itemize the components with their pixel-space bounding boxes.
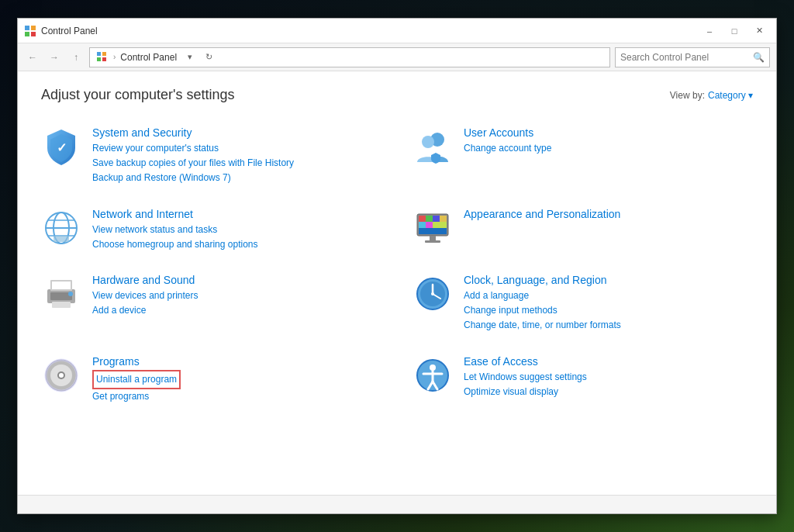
page-title: Adjust your computer's settings bbox=[41, 87, 235, 103]
svg-rect-21 bbox=[433, 216, 440, 222]
ease-of-access-link-1[interactable]: Let Windows suggest settings bbox=[464, 370, 753, 385]
svg-rect-5 bbox=[102, 52, 106, 56]
address-icon bbox=[96, 51, 109, 64]
system-security-link-2[interactable]: Save backup copies of your files with Fi… bbox=[92, 156, 381, 171]
svg-rect-20 bbox=[426, 216, 433, 222]
appearance-title[interactable]: Appearance and Personalization bbox=[464, 208, 753, 220]
svg-rect-22 bbox=[440, 216, 447, 222]
system-security-link-1[interactable]: Review your computer's status bbox=[92, 141, 381, 156]
search-field[interactable]: 🔍 bbox=[615, 47, 770, 67]
category-clock-language: Clock, Language, and Region Add a langua… bbox=[413, 269, 753, 338]
svg-text:✓: ✓ bbox=[57, 141, 67, 154]
clock-language-link-3[interactable]: Change date, time, or number formats bbox=[464, 318, 753, 333]
svg-rect-2 bbox=[25, 32, 29, 36]
clock-language-link-2[interactable]: Change input methods bbox=[464, 303, 753, 318]
category-hardware-sound: Hardware and Sound View devices and prin… bbox=[41, 269, 381, 338]
user-accounts-info: User Accounts Change account type bbox=[464, 126, 753, 156]
window-icon bbox=[24, 25, 36, 37]
ease-of-access-info: Ease of Access Let Windows suggest setti… bbox=[464, 355, 753, 399]
address-refresh[interactable]: ↻ bbox=[200, 49, 217, 66]
maximize-button[interactable]: □ bbox=[723, 23, 745, 39]
control-panel-window: Control Panel – □ ✕ ← → ↑ bbox=[17, 18, 777, 514]
svg-rect-7 bbox=[102, 57, 106, 61]
network-internet-icon bbox=[41, 208, 81, 248]
svg-point-34 bbox=[68, 292, 73, 296]
svg-point-39 bbox=[431, 292, 434, 295]
programs-info: Programs Uninstall a program Get program… bbox=[92, 355, 381, 404]
address-breadcrumb: Control Panel bbox=[120, 52, 177, 63]
programs-title[interactable]: Programs bbox=[92, 355, 381, 368]
back-button[interactable]: ← bbox=[24, 49, 41, 66]
hardware-sound-link-1[interactable]: View devices and printers bbox=[92, 288, 381, 303]
category-network-internet: Network and Internet View network status… bbox=[41, 203, 381, 257]
clock-language-title[interactable]: Clock, Language, and Region bbox=[464, 274, 753, 286]
network-internet-info: Network and Internet View network status… bbox=[92, 208, 381, 252]
programs-icon bbox=[41, 355, 81, 396]
title-bar: Control Panel – □ ✕ bbox=[18, 19, 776, 43]
clock-language-link-1[interactable]: Add a language bbox=[464, 288, 753, 303]
close-button[interactable]: ✕ bbox=[748, 23, 770, 39]
appearance-info: Appearance and Personalization bbox=[464, 208, 753, 223]
network-internet-link-2[interactable]: Choose homegroup and sharing options bbox=[92, 237, 381, 252]
hardware-sound-title[interactable]: Hardware and Sound bbox=[92, 274, 381, 286]
address-field[interactable]: › Control Panel ▾ ↻ bbox=[89, 47, 610, 67]
svg-rect-23 bbox=[419, 222, 426, 228]
user-accounts-link-1[interactable]: Change account type bbox=[464, 141, 753, 156]
search-input[interactable] bbox=[620, 52, 750, 63]
svg-rect-3 bbox=[31, 32, 36, 36]
hardware-sound-info: Hardware and Sound View devices and prin… bbox=[92, 274, 381, 318]
svg-rect-4 bbox=[97, 52, 101, 56]
address-bar: ← → ↑ › Control Panel ▾ ↻ bbox=[18, 43, 776, 71]
main-content: Adjust your computer's settings View by:… bbox=[18, 71, 776, 495]
category-user-accounts: User Accounts Change account type bbox=[413, 122, 753, 191]
svg-rect-19 bbox=[419, 216, 426, 222]
programs-link-2[interactable]: Get programs bbox=[92, 389, 381, 404]
network-internet-title[interactable]: Network and Internet bbox=[92, 208, 381, 220]
page-header: Adjust your computer's settings View by:… bbox=[41, 87, 753, 103]
view-by-label: View by: bbox=[670, 90, 705, 101]
address-separator: › bbox=[113, 53, 116, 61]
ease-of-access-title[interactable]: Ease of Access bbox=[464, 355, 753, 368]
window-title: Control Panel bbox=[41, 26, 699, 36]
system-security-icon: ✓ bbox=[41, 126, 81, 167]
appearance-icon bbox=[413, 208, 453, 248]
svg-rect-0 bbox=[25, 26, 29, 30]
svg-rect-32 bbox=[52, 282, 71, 289]
system-security-info: System and Security Review your computer… bbox=[92, 126, 381, 186]
category-ease-of-access: Ease of Access Let Windows suggest setti… bbox=[413, 351, 753, 409]
svg-rect-28 bbox=[425, 240, 440, 243]
hardware-sound-link-2[interactable]: Add a device bbox=[92, 303, 381, 318]
svg-rect-33 bbox=[52, 302, 71, 308]
svg-rect-1 bbox=[31, 26, 36, 30]
category-programs: Programs Uninstall a program Get program… bbox=[41, 351, 381, 409]
up-button[interactable]: ↑ bbox=[67, 49, 85, 66]
user-accounts-title[interactable]: User Accounts bbox=[464, 126, 753, 139]
svg-point-10 bbox=[422, 136, 434, 148]
system-security-link-3[interactable]: Backup and Restore (Windows 7) bbox=[92, 171, 381, 185]
category-system-security: ✓ System and Security Review your comput… bbox=[41, 122, 381, 191]
svg-rect-26 bbox=[419, 228, 447, 234]
window-controls: – □ ✕ bbox=[699, 23, 770, 39]
programs-link-1[interactable]: Uninstall a program bbox=[92, 370, 181, 389]
network-internet-link-1[interactable]: View network status and tasks bbox=[92, 223, 381, 237]
status-bar bbox=[18, 495, 776, 513]
svg-rect-6 bbox=[97, 57, 101, 61]
minimize-button[interactable]: – bbox=[699, 23, 720, 39]
address-actions: ▾ ↻ bbox=[181, 49, 217, 66]
system-security-title[interactable]: System and Security bbox=[92, 126, 381, 139]
hardware-sound-icon bbox=[41, 274, 81, 314]
svg-point-43 bbox=[59, 373, 64, 378]
clock-language-icon bbox=[413, 274, 453, 314]
ease-of-access-link-2[interactable]: Optimize visual display bbox=[464, 385, 753, 399]
svg-rect-25 bbox=[433, 222, 447, 228]
svg-rect-24 bbox=[426, 222, 433, 228]
category-appearance: Appearance and Personalization bbox=[413, 203, 753, 257]
forward-button[interactable]: → bbox=[46, 49, 63, 66]
search-icon: 🔍 bbox=[753, 52, 765, 63]
view-by: View by: Category ▾ bbox=[670, 90, 753, 101]
user-accounts-icon bbox=[413, 126, 453, 167]
ease-of-access-icon bbox=[413, 355, 453, 396]
view-by-dropdown[interactable]: Category ▾ bbox=[708, 90, 753, 101]
svg-rect-27 bbox=[430, 236, 436, 240]
address-dropdown[interactable]: ▾ bbox=[181, 49, 198, 66]
